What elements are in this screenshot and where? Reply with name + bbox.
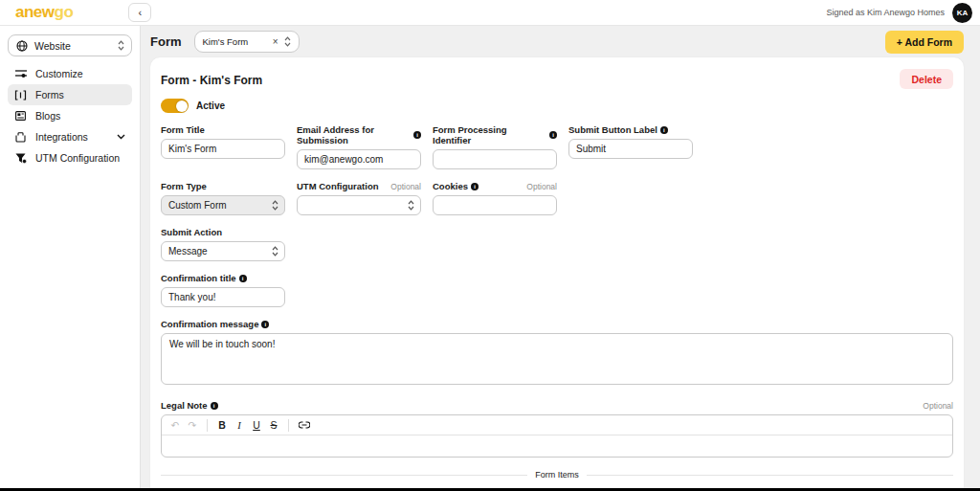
sidebar-item-label: Integrations (35, 131, 88, 143)
sidebar-item-utm-configuration[interactable]: UTM Configuration (8, 147, 132, 168)
page-title: Form (150, 34, 182, 49)
sliders-icon (14, 69, 27, 78)
sidebar-item-customize[interactable]: Customize (8, 63, 132, 84)
link-icon (299, 421, 310, 429)
info-icon: i (239, 275, 247, 282)
form-type-select[interactable]: Custom Form (161, 195, 285, 215)
confirmation-title-input[interactable] (161, 287, 285, 307)
legal-note-content[interactable] (162, 435, 952, 457)
chevron-left-icon: ‹ (138, 7, 142, 18)
newspaper-icon (14, 111, 27, 121)
utm-label: UTM ConfigurationOptional (297, 181, 421, 191)
site-select[interactable]: Website (8, 34, 132, 56)
form-title-input[interactable] (161, 139, 285, 159)
integration-box-icon (14, 132, 27, 143)
sidebar-item-label: Customize (35, 68, 83, 79)
form-input-icon (14, 90, 27, 100)
toolbar-divider (288, 419, 289, 432)
top-header: anewgo ‹ Signed as Kim Anewgo Homes KA (0, 0, 980, 26)
site-select-value: Website (34, 40, 111, 52)
anewgo-logo: anewgo (15, 3, 73, 22)
sidebar: Website Customize Forms Blogs (0, 26, 141, 491)
chevron-updown-icon (272, 200, 278, 211)
chevron-updown-icon (284, 36, 291, 47)
logo-part-2: go (55, 3, 74, 21)
signed-as-text: Signed as Kim Anewgo Homes (826, 8, 945, 17)
email-label: Email Address for Submissioni (297, 124, 421, 145)
fields-row-1: Form Title Email Address for Submissioni… (161, 124, 953, 169)
chevron-updown-icon (408, 200, 414, 211)
italic-button[interactable]: I (232, 417, 247, 433)
form-card-title: Form - Kim's Form (161, 69, 262, 87)
editor-toolbar: ↶ ↷ B I U S (162, 415, 952, 435)
fields-row-4: Confirmation titlei (161, 273, 953, 307)
form-title-label: Form Title (161, 124, 285, 135)
avatar[interactable]: KA (952, 3, 972, 23)
utm-select[interactable] (297, 195, 421, 215)
undo-icon: ↶ (171, 419, 180, 431)
email-input[interactable] (297, 149, 421, 169)
redo-icon: ↷ (189, 419, 197, 431)
processing-id-input[interactable] (433, 149, 557, 169)
globe-icon (15, 40, 28, 52)
submit-action-label: Submit Action (161, 227, 285, 237)
sidebar-item-label: Forms (35, 89, 64, 100)
cookies-label: CookiesiOptional (433, 181, 557, 191)
info-icon: i (211, 402, 218, 410)
submit-button-label-input[interactable] (568, 139, 693, 159)
form-type-label: Form Type (161, 181, 285, 191)
active-toggle[interactable] (161, 99, 189, 113)
funnel-icon (14, 153, 27, 164)
undo-button[interactable]: ↶ (167, 417, 183, 433)
processing-id-label: Form Processing Identifieri (433, 124, 557, 145)
strikethrough-button[interactable]: S (266, 417, 281, 433)
active-label: Active (196, 100, 225, 111)
legal-note-label: Legal NoteiOptional (161, 400, 953, 411)
chevron-updown-icon (118, 40, 124, 51)
info-icon: i (471, 183, 479, 190)
confirmation-message-textarea[interactable]: We will be in touch soon! (161, 333, 953, 385)
clear-icon[interactable]: × (273, 36, 278, 47)
main-area: Form Kim's Form × + Add Form Form - Kim'… (141, 26, 980, 491)
info-icon: i (660, 126, 668, 134)
sidebar-item-forms[interactable]: Forms (8, 84, 132, 105)
confirmation-message-label: Confirmation messagei (161, 319, 953, 329)
optional-badge: Optional (390, 182, 421, 191)
info-icon: i (413, 131, 421, 139)
fields-row-3: Submit Action Message (161, 227, 953, 261)
form-select[interactable]: Kim's Form × (194, 31, 300, 53)
form-select-value: Kim's Form (203, 36, 267, 47)
fields-row-2: Form Type Custom Form UTM ConfigurationO… (161, 181, 953, 215)
optional-badge: Optional (526, 182, 557, 191)
sidebar-collapse-button[interactable]: ‹ (128, 3, 151, 22)
delete-button[interactable]: Delete (900, 69, 953, 89)
redo-button[interactable]: ↷ (185, 417, 200, 433)
toolbar-divider (207, 419, 208, 432)
submit-button-label-label: Submit Button Labeli (568, 124, 693, 135)
sidebar-item-integrations[interactable]: Integrations (8, 126, 132, 147)
info-icon: i (261, 321, 269, 328)
submit-action-select[interactable]: Message (161, 241, 285, 261)
add-form-button[interactable]: + Add Form (885, 31, 964, 54)
legal-note-editor[interactable]: ↶ ↷ B I U S (161, 414, 953, 458)
confirmation-message-field: Confirmation messagei We will be in touc… (161, 319, 953, 389)
cookies-input[interactable] (433, 195, 557, 215)
bold-button[interactable]: B (214, 417, 230, 433)
sidebar-menu: Customize Forms Blogs Integrations (8, 63, 132, 168)
logo-part-1: anew (15, 3, 55, 21)
legal-note-field: Legal NoteiOptional ↶ ↷ B I U S (161, 400, 953, 458)
form-items-divider: Form Items (161, 470, 953, 480)
underline-button[interactable]: U (249, 417, 264, 433)
optional-badge: Optional (923, 401, 953, 411)
sidebar-item-label: UTM Configuration (35, 152, 120, 164)
confirmation-title-label: Confirmation titlei (161, 273, 285, 283)
sidebar-item-blogs[interactable]: Blogs (8, 105, 132, 126)
link-button[interactable] (296, 417, 313, 433)
form-toolbar: Form Kim's Form × + Add Form (141, 26, 980, 57)
info-icon: i (549, 131, 557, 139)
toggle-knob (176, 100, 188, 112)
sidebar-item-label: Blogs (35, 110, 60, 122)
form-items-title: Form Items (535, 470, 579, 480)
chevron-down-icon (117, 134, 125, 140)
chevron-updown-icon (272, 246, 278, 257)
